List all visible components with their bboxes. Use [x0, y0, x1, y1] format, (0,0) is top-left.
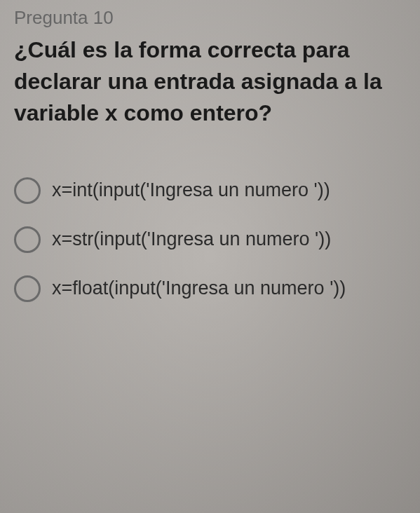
option-2-text: x=str(input('Ingresa un numero '))	[52, 226, 406, 253]
option-3-text: x=float(input('Ingresa un numero '))	[52, 275, 406, 302]
radio-icon[interactable]	[14, 177, 41, 204]
option-2[interactable]: x=str(input('Ingresa un numero '))	[14, 226, 406, 253]
options-group: x=int(input('Ingresa un numero ')) x=str…	[14, 177, 406, 302]
option-1[interactable]: x=int(input('Ingresa un numero '))	[14, 177, 406, 204]
option-1-text: x=int(input('Ingresa un numero '))	[52, 177, 406, 204]
radio-icon[interactable]	[14, 226, 41, 253]
question-number: Pregunta 10	[14, 7, 406, 29]
question-text: ¿Cuál es la forma correcta para declarar…	[14, 34, 406, 128]
option-3[interactable]: x=float(input('Ingresa un numero '))	[14, 275, 406, 302]
radio-icon[interactable]	[14, 275, 41, 302]
